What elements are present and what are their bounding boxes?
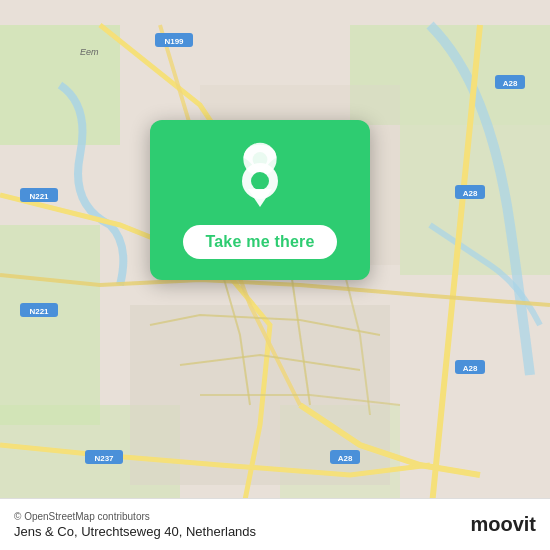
- svg-text:N221: N221: [29, 192, 49, 201]
- svg-text:A28: A28: [503, 79, 518, 88]
- bottom-left-info: © OpenStreetMap contributors Jens & Co, …: [14, 511, 256, 539]
- take-me-there-button[interactable]: Take me there: [183, 225, 336, 259]
- svg-text:A28: A28: [463, 364, 478, 373]
- svg-text:N199: N199: [164, 37, 184, 46]
- location-address: Jens & Co, Utrechtseweg 40, Netherlands: [14, 524, 256, 539]
- svg-point-30: [251, 172, 269, 190]
- svg-rect-4: [0, 225, 100, 425]
- svg-text:Eem: Eem: [80, 47, 99, 57]
- svg-text:A28: A28: [463, 189, 478, 198]
- map-container: N199 N221 N221 N237 A28 A28 A28 A28 Eem …: [0, 0, 550, 550]
- svg-text:A28: A28: [338, 454, 353, 463]
- svg-text:N221: N221: [29, 307, 49, 316]
- svg-text:N237: N237: [94, 454, 114, 463]
- svg-marker-31: [248, 189, 272, 207]
- bottom-bar: © OpenStreetMap contributors Jens & Co, …: [0, 498, 550, 550]
- popup-card[interactable]: Take me there: [150, 120, 370, 280]
- osm-attribution: © OpenStreetMap contributors: [14, 511, 256, 522]
- moovit-brand-text: moovit: [470, 513, 536, 536]
- moovit-logo: moovit: [470, 513, 536, 536]
- pin-icon-clean: [238, 159, 282, 213]
